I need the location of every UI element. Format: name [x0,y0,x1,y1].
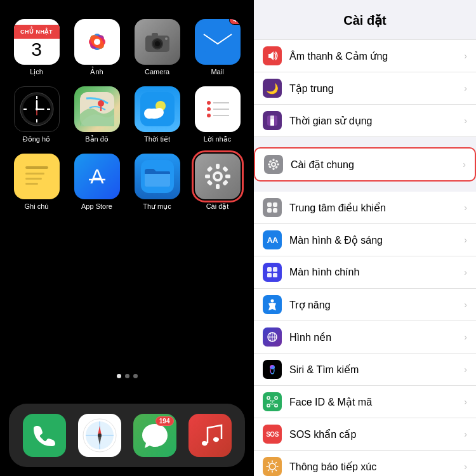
svg-rect-44 [25,183,38,185]
general-label: Cài đặt chung [291,159,458,171]
settings-item-sound[interactable]: Âm thanh & Cảm ứng › [254,39,476,72]
messages-badge: 194 [155,416,174,426]
exposure-label: Thông báo tiếp xúc [289,461,459,473]
svg-line-105 [275,463,277,464]
app-notes[interactable]: Ghi chú [11,154,62,211]
svg-point-64 [98,433,102,437]
calendar-date: 3 [31,40,42,59]
app-files[interactable]: Thư mục [132,154,182,211]
svg-point-36 [207,107,211,111]
svg-point-96 [274,400,275,402]
app-settings[interactable]: Cài đặt [192,154,242,211]
photos-label: Ảnh [90,68,103,76]
svg-rect-74 [269,160,272,163]
svg-rect-83 [273,267,277,272]
music-icon [188,414,232,457]
maps-label: Bản đồ [85,135,109,143]
faceid-icon [263,392,282,411]
weather-label: Thời tiết [144,135,170,143]
files-label: Thư mục [143,202,171,211]
dock-music[interactable] [188,414,232,457]
svg-point-32 [144,109,154,119]
app-clock[interactable]: Đồng hồ [11,86,62,143]
svg-line-104 [275,470,277,471]
svg-point-86 [271,300,274,303]
reminders-icon [195,86,241,132]
settings-item-homescreen[interactable]: Màn hình chính › [254,256,476,289]
settings-item-exposure[interactable]: Thông báo tiếp xúc › [254,451,476,476]
svg-rect-81 [273,208,277,213]
settings-icon [195,154,241,199]
screentime-label: Thời gian sử dụng [289,115,459,127]
svg-rect-41 [25,166,48,169]
homescreen-label: Màn hình chính [289,267,459,278]
settings-item-sos[interactable]: SOS SOS khẩn cấp › [254,418,476,451]
general-icon [264,155,283,174]
svg-point-95 [270,400,272,402]
settings-item-faceid[interactable]: Face ID & Mật mã › [254,386,476,418]
reminders-label: Lời nhắc [204,135,231,143]
dock-phone[interactable] [23,414,66,457]
svg-rect-77 [275,160,279,163]
sos-label: SOS khẩn cấp [289,428,459,440]
svg-rect-56 [206,180,213,186]
exposure-icon [263,457,282,476]
mail-badge: 41 [229,19,240,25]
settings-item-display[interactable]: AA Màn hình & Độ sáng › [254,224,476,256]
settings-title: Cài đặt [254,0,476,34]
accessibility-chevron: › [464,300,467,310]
home-grid: CHỦ NHẬT 3 Lịch [0,6,254,211]
app-reminders[interactable]: Lời nhắc [192,86,242,143]
settings-panel: Cài đặt Âm thanh & Cảm ứng › 🌙 Tập trung… [254,0,476,476]
wallpaper-label: Hình nền [289,331,459,343]
camera-icon [135,19,180,65]
svg-rect-43 [25,178,42,180]
focus-icon: 🌙 [263,79,282,98]
settings-item-control[interactable]: Trung tâm điều khiển › [254,192,476,224]
svg-point-27 [98,100,104,107]
settings-item-accessibility[interactable]: Trợ năng › [254,289,476,321]
sound-label: Âm thanh & Cảm ứng [289,50,459,62]
svg-point-69 [272,163,275,166]
svg-point-14 [165,37,168,40]
calendar-day: CHỦ NHẬT [14,25,60,39]
app-calendar[interactable]: CHỦ NHẬT 3 Lịch [11,19,62,76]
dot-3 [133,374,138,378]
svg-point-12 [155,41,160,46]
app-maps[interactable]: Bản đồ [72,86,122,143]
control-chevron: › [464,202,467,213]
settings-item-general[interactable]: Cài đặt chung › [254,147,476,182]
svg-rect-85 [273,273,277,277]
phone-icon [23,414,66,457]
sound-icon [263,46,282,65]
settings-item-siri[interactable]: Siri & Tìm kiếm › [254,354,476,386]
dock-safari[interactable] [78,414,121,457]
svg-rect-84 [267,273,272,277]
dock-messages[interactable]: 194 [133,414,176,457]
notes-icon [14,154,60,199]
app-mail[interactable]: 41 Mail [192,19,242,76]
settings-item-wallpaper[interactable]: Hình nền › [254,321,476,354]
settings-item-focus[interactable]: 🌙 Tập trung › [254,72,476,105]
svg-point-98 [269,463,275,470]
svg-rect-55 [222,180,228,186]
iphone-screen: CHỦ NHẬT 3 Lịch [0,0,254,476]
app-camera[interactable]: Camera [132,19,182,76]
homescreen-chevron: › [464,267,467,277]
maps-icon [74,86,120,132]
app-appstore[interactable]: A App Store [72,154,122,211]
sos-icon: SOS [263,425,282,444]
svg-rect-51 [216,184,220,189]
calendar-label: Lịch [30,68,43,76]
clock-label: Đồng hồ [23,135,50,143]
app-weather[interactable]: Thời tiết [132,86,182,143]
svg-point-34 [207,101,211,105]
appstore-icon: A [74,154,120,199]
notes-label: Ghi chú [25,202,49,210]
app-photos[interactable]: Ảnh [72,19,122,76]
sos-chevron: › [464,429,467,439]
wallpaper-icon [263,327,282,347]
settings-item-screentime[interactable]: Thời gian sử dụng › [254,105,476,137]
page-dots [0,374,254,391]
faceid-label: Face ID & Mật mã [289,396,459,408]
